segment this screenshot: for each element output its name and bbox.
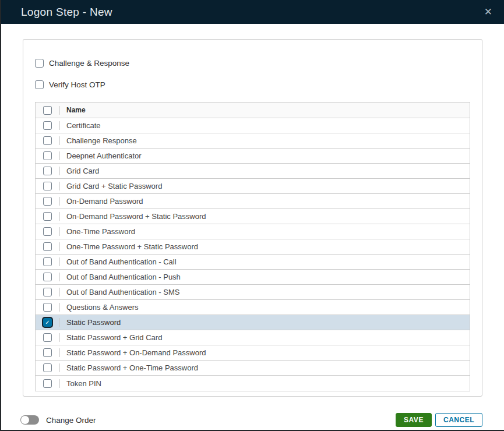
change-order-toggle[interactable] — [20, 415, 39, 425]
column-divider — [59, 136, 60, 145]
row-checkbox[interactable] — [43, 363, 52, 372]
dialog-title: Logon Step - New — [21, 6, 112, 19]
challenge-response-checkbox[interactable] — [35, 59, 44, 68]
table-row[interactable]: Out of Band Authentication - Call — [36, 255, 470, 270]
column-divider — [59, 288, 60, 296]
select-all-checkbox[interactable] — [43, 106, 52, 115]
column-divider — [59, 379, 60, 388]
row-checkbox[interactable] — [43, 379, 52, 388]
column-divider — [59, 212, 60, 221]
cancel-button[interactable]: CANCEL — [435, 413, 482, 427]
row-label: Certificate — [66, 121, 101, 130]
table-row[interactable]: On-Demand Password — [36, 194, 470, 209]
column-header-name: Name — [66, 106, 86, 114]
challenge-response-option: Challenge & Response — [35, 59, 470, 68]
dialog-header: Logon Step - New ✕ — [1, 0, 504, 24]
column-divider — [59, 106, 60, 115]
row-label: On-Demand Password — [66, 197, 143, 206]
table-row[interactable]: Static Password + Grid Card — [36, 330, 470, 345]
row-checkbox[interactable] — [43, 136, 52, 145]
row-label: Static Password + On-Demand Password — [66, 348, 206, 357]
verify-host-otp-checkbox[interactable] — [35, 80, 44, 89]
row-label: Questions & Answers — [66, 303, 139, 312]
auth-methods-table: Name Certificate Challenge Response Deep… — [35, 102, 470, 391]
column-divider — [59, 348, 60, 357]
row-checkbox[interactable] — [43, 348, 52, 357]
row-label: Grid Card + Static Password — [66, 182, 162, 190]
toggle-knob-icon — [21, 416, 29, 424]
row-checkbox[interactable] — [43, 197, 52, 206]
row-label: One-Time Password + Static Password — [66, 242, 198, 251]
verify-host-otp-option: Verify Host OTP — [35, 80, 470, 89]
table-row[interactable]: One-Time Password + Static Password — [36, 239, 470, 255]
column-divider — [59, 227, 60, 236]
table-row[interactable]: Out of Band Authentication - Push — [36, 270, 470, 285]
table-row[interactable]: Challenge Response — [36, 133, 470, 149]
save-button[interactable]: SAVE — [396, 413, 432, 427]
row-checkbox[interactable] — [43, 257, 52, 266]
column-divider — [59, 151, 60, 160]
row-checkbox[interactable] — [43, 121, 52, 130]
column-divider — [59, 167, 60, 175]
row-checkbox[interactable]: ✓ — [43, 318, 52, 327]
column-divider — [59, 257, 60, 266]
row-checkbox[interactable] — [43, 151, 52, 160]
table-row[interactable]: Out of Band Authentication - SMS — [36, 285, 470, 300]
row-checkbox[interactable] — [43, 182, 52, 190]
column-divider — [59, 121, 60, 130]
table-row[interactable]: Certificate — [36, 118, 470, 133]
column-divider — [59, 363, 60, 372]
row-label: On-Demand Password + Static Password — [66, 212, 206, 221]
row-checkbox[interactable] — [43, 288, 52, 296]
row-label: Out of Band Authentication - Push — [66, 273, 181, 281]
row-checkbox[interactable] — [43, 212, 52, 221]
column-divider — [59, 318, 60, 327]
dialog-body: Challenge & Response Verify Host OTP Nam… — [1, 24, 504, 397]
close-icon[interactable]: ✕ — [482, 6, 495, 18]
logon-step-dialog: Logon Step - New ✕ Challenge & Response … — [0, 0, 504, 431]
column-divider — [59, 197, 60, 206]
table-row[interactable]: Grid Card + Static Password — [36, 179, 470, 194]
row-label: Static Password + One-Time Password — [66, 363, 198, 372]
row-checkbox[interactable] — [43, 333, 52, 342]
row-label: Challenge Response — [66, 136, 137, 145]
row-label: Out of Band Authentication - Call — [66, 257, 177, 266]
row-checkbox[interactable] — [43, 273, 52, 281]
column-divider — [59, 242, 60, 251]
row-label: Static Password — [66, 318, 121, 327]
column-divider — [59, 182, 60, 190]
column-divider — [59, 273, 60, 281]
auth-methods-table-body: Certificate Challenge Response Deepnet A… — [36, 118, 470, 391]
table-row[interactable]: Questions & Answers — [36, 300, 470, 315]
table-row[interactable]: One-Time Password — [36, 224, 470, 239]
content-panel: Challenge & Response Verify Host OTP Nam… — [23, 39, 482, 397]
row-checkbox[interactable] — [43, 242, 52, 251]
challenge-response-label[interactable]: Challenge & Response — [49, 59, 129, 68]
dialog-footer: Change Order SAVE CANCEL — [1, 413, 504, 427]
row-label: Deepnet Authenticator — [66, 151, 142, 160]
row-checkbox[interactable] — [43, 303, 52, 312]
row-checkbox[interactable] — [43, 227, 52, 236]
row-label: Out of Band Authentication - SMS — [66, 288, 179, 296]
table-row[interactable]: Static Password + One-Time Password — [36, 361, 470, 376]
column-divider — [59, 333, 60, 342]
verify-host-otp-label[interactable]: Verify Host OTP — [49, 80, 105, 89]
table-row[interactable]: Token PIN — [36, 376, 470, 391]
row-label: Static Password + Grid Card — [66, 333, 162, 342]
table-row[interactable]: ✓ Static Password — [36, 315, 470, 330]
row-label: Token PIN — [66, 379, 101, 388]
table-row[interactable]: Deepnet Authenticator — [36, 149, 470, 164]
table-row[interactable]: Grid Card — [36, 164, 470, 179]
table-header-row: Name — [36, 103, 470, 118]
column-divider — [59, 303, 60, 312]
change-order-label: Change Order — [46, 416, 96, 425]
table-row[interactable]: On-Demand Password + Static Password — [36, 209, 470, 224]
row-checkbox[interactable] — [43, 167, 52, 175]
row-label: Grid Card — [66, 167, 99, 175]
row-label: One-Time Password — [66, 227, 135, 236]
table-row[interactable]: Static Password + On-Demand Password — [36, 345, 470, 361]
